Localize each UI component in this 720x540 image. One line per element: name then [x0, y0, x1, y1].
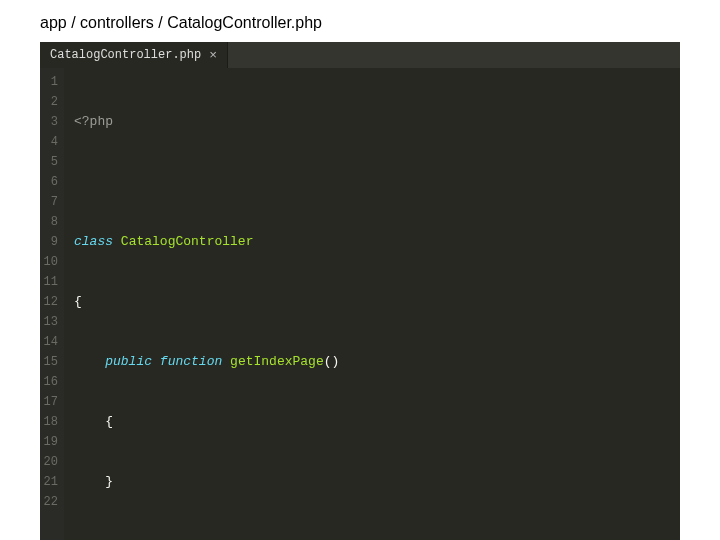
keyword-class: class	[74, 234, 113, 249]
breadcrumb-seg: CatalogController.php	[167, 14, 322, 31]
close-icon[interactable]: ×	[209, 49, 217, 62]
line-number: 12	[42, 292, 58, 312]
line-number: 11	[42, 272, 58, 292]
line-number: 22	[42, 492, 58, 512]
line-number: 3	[42, 112, 58, 132]
method-getIndexPage: getIndexPage	[230, 354, 324, 369]
parens: ()	[324, 354, 340, 369]
tab-label: CatalogController.php	[50, 45, 201, 65]
line-number: 16	[42, 372, 58, 392]
code-editor: CatalogController.php × 1234567891011121…	[40, 42, 680, 540]
brace-close: }	[105, 474, 113, 489]
php-open-tag: <?php	[74, 114, 113, 129]
line-number: 1	[42, 72, 58, 92]
line-number: 17	[42, 392, 58, 412]
line-number: 14	[42, 332, 58, 352]
line-number: 9	[42, 232, 58, 252]
line-number: 4	[42, 132, 58, 152]
tab-catalogcontroller[interactable]: CatalogController.php ×	[40, 42, 228, 68]
line-number: 2	[42, 92, 58, 112]
code-area[interactable]: 12345678910111213141516171819202122 <?ph…	[40, 68, 680, 540]
line-number: 18	[42, 412, 58, 432]
breadcrumb-sep: /	[154, 14, 167, 31]
line-number: 19	[42, 432, 58, 452]
keyword-function: function	[160, 354, 222, 369]
tab-bar: CatalogController.php ×	[40, 42, 680, 68]
breadcrumb: app / controllers / CatalogController.ph…	[40, 14, 680, 32]
line-number-gutter: 12345678910111213141516171819202122	[40, 68, 64, 540]
line-number: 7	[42, 192, 58, 212]
breadcrumb-sep: /	[67, 14, 80, 31]
keyword-public: public	[105, 354, 152, 369]
brace-open: {	[74, 294, 82, 309]
line-number: 13	[42, 312, 58, 332]
line-number: 20	[42, 452, 58, 472]
line-number: 10	[42, 252, 58, 272]
code-content[interactable]: <?php class CatalogController { public f…	[64, 68, 680, 540]
breadcrumb-seg: controllers	[80, 14, 154, 31]
breadcrumb-seg: app	[40, 14, 67, 31]
class-name: CatalogController	[121, 234, 254, 249]
line-number: 6	[42, 172, 58, 192]
line-number: 8	[42, 212, 58, 232]
line-number: 15	[42, 352, 58, 372]
line-number: 5	[42, 152, 58, 172]
brace-open: {	[105, 414, 113, 429]
line-number: 21	[42, 472, 58, 492]
